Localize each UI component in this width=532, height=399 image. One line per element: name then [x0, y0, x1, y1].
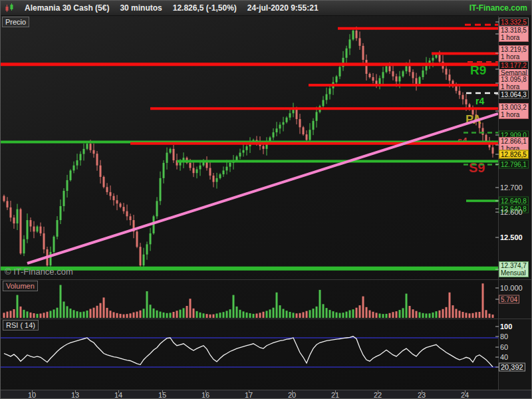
volume-bar: [329, 310, 331, 318]
candle-body: [276, 128, 278, 132]
candle-body: [326, 94, 328, 100]
candle-body: [376, 80, 378, 84]
volume-bar: [299, 313, 301, 318]
volume-bar: [249, 313, 251, 318]
candle-body: [273, 132, 275, 138]
volume-bar: [140, 311, 142, 318]
candle-body: [17, 209, 19, 223]
volume-bar: [303, 312, 305, 318]
volume-bar: [439, 311, 441, 318]
time-axis-tick: [205, 390, 206, 393]
candle-body: [419, 77, 421, 84]
volume-bar: [399, 310, 401, 318]
volume-bar: [146, 291, 148, 318]
tab-rsi[interactable]: RSI ( 14): [3, 320, 39, 331]
candle-body: [349, 39, 351, 48]
volume-bar: [170, 313, 172, 318]
candle-body: [30, 220, 32, 227]
candle-body: [33, 227, 35, 232]
instrument-name: Alemania 30 Cash (5€): [25, 3, 109, 13]
candle-body: [386, 66, 388, 72]
volume-bar: [462, 312, 464, 318]
volume-bar: [113, 312, 115, 318]
volume-bar: [475, 312, 477, 318]
volume-bar: [412, 309, 414, 318]
volume-bar: [263, 312, 265, 318]
time-axis-tick: [75, 390, 76, 393]
timeframe-label[interactable]: 30 minutos: [120, 3, 162, 13]
volume-bar: [362, 297, 364, 318]
candle-body: [110, 192, 112, 196]
brand-link[interactable]: IT-Finance.com: [469, 3, 527, 13]
time-axis[interactable]: 1013141516172021222324: [1, 390, 532, 399]
chart-canvas[interactable]: R9r4PAs4S9: [1, 1, 532, 399]
volume-bar: [86, 311, 88, 318]
last-price: 12.826,5: [173, 3, 204, 13]
volume-bar: [466, 313, 467, 318]
candle-body: [216, 178, 218, 182]
volume-bar: [289, 312, 291, 318]
volume-bar: [50, 311, 52, 318]
candle-body: [153, 216, 155, 233]
volume-bar: [459, 311, 461, 318]
candle-body: [246, 146, 248, 150]
volume-bar: [7, 312, 9, 318]
volume-bar: [296, 313, 298, 318]
volume-bar: [293, 313, 295, 318]
volume-bar: [153, 309, 155, 318]
volume-bar: [96, 306, 98, 318]
volume-bar: [10, 311, 12, 318]
candle-body: [346, 49, 348, 58]
volume-bar: [316, 307, 318, 318]
volume-bar: [472, 313, 474, 318]
volume-bar: [389, 313, 391, 318]
candle-body: [336, 76, 338, 82]
volume-bar: [492, 315, 494, 318]
candle-body: [279, 125, 281, 129]
candle-body: [209, 168, 211, 176]
volume-bar: [37, 314, 39, 318]
volume-bar: [366, 307, 368, 318]
candle-body: [160, 178, 162, 201]
volume-bar: [269, 309, 271, 318]
candle-body: [43, 233, 45, 249]
volume-bar: [449, 293, 451, 318]
candle-body: [200, 166, 201, 170]
tab-precio[interactable]: Precio: [2, 17, 29, 27]
candle-body: [106, 187, 108, 192]
time-axis-tick: [249, 390, 249, 393]
tab-volumen[interactable]: Volumen: [3, 281, 38, 291]
candle-body: [409, 66, 411, 72]
candle-body: [223, 170, 225, 174]
candle-body: [126, 211, 128, 217]
rsi-line: [4, 336, 493, 367]
volume-bar: [40, 313, 42, 318]
volume-bar: [396, 311, 398, 318]
volume-bar: [63, 301, 65, 318]
candle-body: [27, 220, 29, 239]
volume-bar: [106, 308, 108, 318]
candle-body: [57, 220, 59, 237]
volume-bar: [116, 313, 118, 318]
candle-body: [362, 46, 364, 60]
candle-body: [123, 207, 125, 211]
volume-bar: [456, 309, 458, 319]
volume-bar: [229, 309, 231, 318]
volume-bar: [120, 314, 122, 318]
candle-body: [396, 76, 398, 82]
candlestick-icon: [5, 3, 14, 13]
volume-bar: [239, 310, 241, 318]
volume-bar: [126, 314, 128, 318]
volume-bar: [442, 309, 444, 318]
volume-bar: [349, 311, 351, 318]
volume-bar: [190, 299, 192, 318]
time-axis-tick: [335, 390, 336, 393]
candle-body: [339, 67, 341, 76]
volume-bar: [110, 311, 112, 318]
candle-body: [130, 216, 132, 220]
candle-body: [406, 66, 408, 72]
volume-bar: [489, 314, 491, 318]
candle-body: [293, 110, 295, 114]
volume-bar: [382, 314, 384, 318]
price-panel: R9r4PAs4S9: [1, 25, 498, 272]
